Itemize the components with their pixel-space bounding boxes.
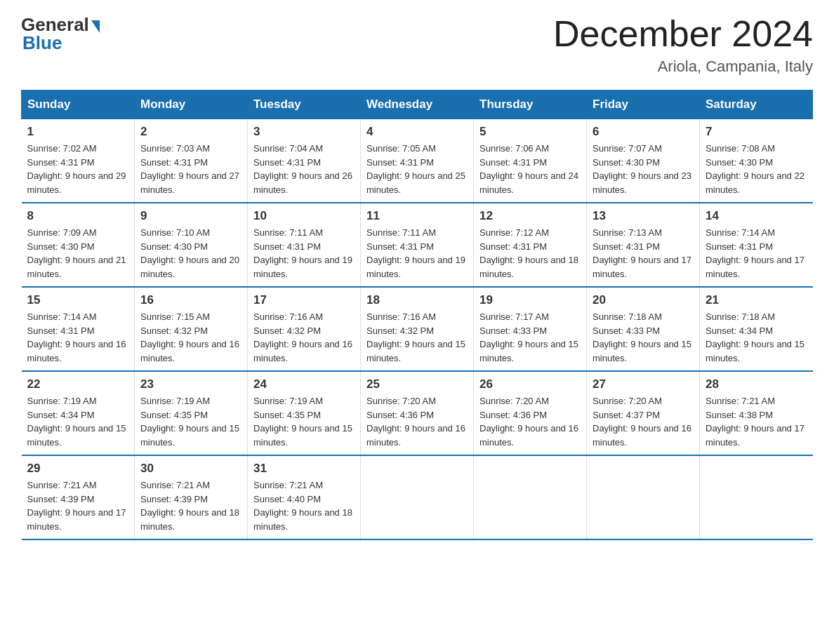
day-number: 1 xyxy=(27,125,129,139)
day-info: Sunrise: 7:19 AMSunset: 4:35 PMDaylight:… xyxy=(140,394,241,449)
calendar-cell: 18Sunrise: 7:16 AMSunset: 4:32 PMDayligh… xyxy=(361,287,474,371)
calendar-cell: 7Sunrise: 7:08 AMSunset: 4:30 PMDaylight… xyxy=(700,119,813,203)
calendar-cell: 20Sunrise: 7:18 AMSunset: 4:33 PMDayligh… xyxy=(587,287,700,371)
calendar-cell: 22Sunrise: 7:19 AMSunset: 4:34 PMDayligh… xyxy=(22,371,135,455)
calendar-cell: 2Sunrise: 7:03 AMSunset: 4:31 PMDaylight… xyxy=(135,119,248,203)
day-info: Sunrise: 7:20 AMSunset: 4:36 PMDaylight:… xyxy=(366,394,468,449)
day-number: 18 xyxy=(366,293,468,307)
calendar-cell: 13Sunrise: 7:13 AMSunset: 4:31 PMDayligh… xyxy=(587,203,700,287)
month-title: December 2024 xyxy=(553,14,813,54)
calendar-cell: 3Sunrise: 7:04 AMSunset: 4:31 PMDaylight… xyxy=(248,119,361,203)
calendar-table: SundayMondayTuesdayWednesdayThursdayFrid… xyxy=(21,90,813,540)
calendar-cell: 14Sunrise: 7:14 AMSunset: 4:31 PMDayligh… xyxy=(700,203,813,287)
day-info: Sunrise: 7:13 AMSunset: 4:31 PMDaylight:… xyxy=(593,226,694,281)
day-info: Sunrise: 7:07 AMSunset: 4:30 PMDaylight:… xyxy=(593,142,694,196)
day-number: 21 xyxy=(706,293,807,307)
calendar-cell: 6Sunrise: 7:07 AMSunset: 4:30 PMDaylight… xyxy=(587,119,700,203)
day-number: 3 xyxy=(253,125,355,139)
header-tuesday: Tuesday xyxy=(248,90,361,119)
day-number: 28 xyxy=(706,377,807,391)
location-text: Ariola, Campania, Italy xyxy=(553,58,813,76)
day-info: Sunrise: 7:14 AMSunset: 4:31 PMDaylight:… xyxy=(27,310,129,365)
title-section: December 2024 Ariola, Campania, Italy xyxy=(553,14,813,76)
day-number: 24 xyxy=(253,377,355,391)
day-info: Sunrise: 7:14 AMSunset: 4:31 PMDaylight:… xyxy=(706,226,807,281)
day-number: 25 xyxy=(366,377,468,391)
day-info: Sunrise: 7:15 AMSunset: 4:32 PMDaylight:… xyxy=(140,310,241,365)
day-info: Sunrise: 7:05 AMSunset: 4:31 PMDaylight:… xyxy=(366,142,468,196)
calendar-week-row: 22Sunrise: 7:19 AMSunset: 4:34 PMDayligh… xyxy=(22,371,813,455)
day-info: Sunrise: 7:21 AMSunset: 4:39 PMDaylight:… xyxy=(140,478,241,533)
day-info: Sunrise: 7:11 AMSunset: 4:31 PMDaylight:… xyxy=(366,226,468,281)
calendar-cell xyxy=(361,455,474,539)
day-info: Sunrise: 7:17 AMSunset: 4:33 PMDaylight:… xyxy=(479,310,581,365)
calendar-cell: 4Sunrise: 7:05 AMSunset: 4:31 PMDaylight… xyxy=(361,119,474,203)
calendar-cell: 10Sunrise: 7:11 AMSunset: 4:31 PMDayligh… xyxy=(248,203,361,287)
header-friday: Friday xyxy=(587,90,700,119)
day-number: 2 xyxy=(140,125,241,139)
day-number: 29 xyxy=(27,462,129,476)
day-info: Sunrise: 7:09 AMSunset: 4:30 PMDaylight:… xyxy=(27,226,129,281)
day-number: 17 xyxy=(253,293,355,307)
calendar-cell: 17Sunrise: 7:16 AMSunset: 4:32 PMDayligh… xyxy=(248,287,361,371)
day-number: 20 xyxy=(593,293,694,307)
day-number: 5 xyxy=(479,125,581,139)
day-number: 23 xyxy=(140,377,241,391)
calendar-cell: 27Sunrise: 7:20 AMSunset: 4:37 PMDayligh… xyxy=(587,371,700,455)
day-info: Sunrise: 7:16 AMSunset: 4:32 PMDaylight:… xyxy=(366,310,468,365)
day-number: 22 xyxy=(27,377,129,391)
calendar-cell: 9Sunrise: 7:10 AMSunset: 4:30 PMDaylight… xyxy=(135,203,248,287)
calendar-header-row: SundayMondayTuesdayWednesdayThursdayFrid… xyxy=(22,90,813,119)
day-number: 31 xyxy=(253,462,355,476)
calendar-cell: 12Sunrise: 7:12 AMSunset: 4:31 PMDayligh… xyxy=(474,203,587,287)
day-number: 19 xyxy=(479,293,581,307)
calendar-cell xyxy=(474,455,587,539)
day-info: Sunrise: 7:18 AMSunset: 4:33 PMDaylight:… xyxy=(593,310,694,365)
day-number: 15 xyxy=(27,293,129,307)
day-info: Sunrise: 7:21 AMSunset: 4:38 PMDaylight:… xyxy=(706,394,807,449)
day-number: 11 xyxy=(366,209,468,223)
day-info: Sunrise: 7:10 AMSunset: 4:30 PMDaylight:… xyxy=(140,226,241,281)
calendar-cell: 24Sunrise: 7:19 AMSunset: 4:35 PMDayligh… xyxy=(248,371,361,455)
calendar-cell: 26Sunrise: 7:20 AMSunset: 4:36 PMDayligh… xyxy=(474,371,587,455)
day-info: Sunrise: 7:19 AMSunset: 4:34 PMDaylight:… xyxy=(27,394,129,449)
day-number: 14 xyxy=(706,209,807,223)
day-number: 12 xyxy=(479,209,581,223)
day-info: Sunrise: 7:02 AMSunset: 4:31 PMDaylight:… xyxy=(27,142,129,196)
logo-arrow-icon xyxy=(91,20,100,33)
day-number: 9 xyxy=(140,209,241,223)
day-info: Sunrise: 7:06 AMSunset: 4:31 PMDaylight:… xyxy=(479,142,581,196)
day-info: Sunrise: 7:04 AMSunset: 4:31 PMDaylight:… xyxy=(253,142,355,196)
day-info: Sunrise: 7:16 AMSunset: 4:32 PMDaylight:… xyxy=(253,310,355,365)
calendar-cell xyxy=(700,455,813,539)
calendar-week-row: 29Sunrise: 7:21 AMSunset: 4:39 PMDayligh… xyxy=(22,455,813,539)
calendar-week-row: 15Sunrise: 7:14 AMSunset: 4:31 PMDayligh… xyxy=(22,287,813,371)
calendar-cell: 16Sunrise: 7:15 AMSunset: 4:32 PMDayligh… xyxy=(135,287,248,371)
calendar-cell: 19Sunrise: 7:17 AMSunset: 4:33 PMDayligh… xyxy=(474,287,587,371)
day-number: 6 xyxy=(593,125,694,139)
calendar-week-row: 8Sunrise: 7:09 AMSunset: 4:30 PMDaylight… xyxy=(22,203,813,287)
calendar-cell: 23Sunrise: 7:19 AMSunset: 4:35 PMDayligh… xyxy=(135,371,248,455)
day-info: Sunrise: 7:18 AMSunset: 4:34 PMDaylight:… xyxy=(706,310,807,365)
header-monday: Monday xyxy=(135,90,248,119)
day-number: 13 xyxy=(593,209,694,223)
calendar-cell: 25Sunrise: 7:20 AMSunset: 4:36 PMDayligh… xyxy=(361,371,474,455)
day-number: 7 xyxy=(706,125,807,139)
header-saturday: Saturday xyxy=(700,90,813,119)
calendar-cell: 15Sunrise: 7:14 AMSunset: 4:31 PMDayligh… xyxy=(22,287,135,371)
calendar-cell: 21Sunrise: 7:18 AMSunset: 4:34 PMDayligh… xyxy=(700,287,813,371)
day-info: Sunrise: 7:19 AMSunset: 4:35 PMDaylight:… xyxy=(253,394,355,449)
day-info: Sunrise: 7:20 AMSunset: 4:37 PMDaylight:… xyxy=(593,394,694,449)
header-sunday: Sunday xyxy=(22,90,135,119)
day-number: 26 xyxy=(479,377,581,391)
calendar-cell: 28Sunrise: 7:21 AMSunset: 4:38 PMDayligh… xyxy=(700,371,813,455)
day-info: Sunrise: 7:03 AMSunset: 4:31 PMDaylight:… xyxy=(140,142,241,196)
day-number: 30 xyxy=(140,462,241,476)
logo-blue-text: Blue xyxy=(22,32,62,54)
day-info: Sunrise: 7:21 AMSunset: 4:40 PMDaylight:… xyxy=(253,478,355,533)
day-number: 8 xyxy=(27,209,129,223)
calendar-cell: 30Sunrise: 7:21 AMSunset: 4:39 PMDayligh… xyxy=(135,455,248,539)
day-number: 4 xyxy=(366,125,468,139)
calendar-cell: 1Sunrise: 7:02 AMSunset: 4:31 PMDaylight… xyxy=(22,119,135,203)
calendar-cell: 29Sunrise: 7:21 AMSunset: 4:39 PMDayligh… xyxy=(22,455,135,539)
